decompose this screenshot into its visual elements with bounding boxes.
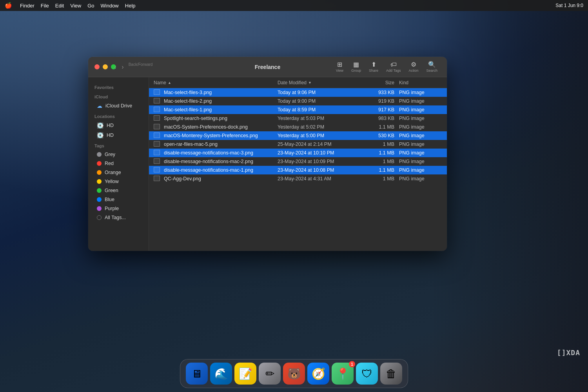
menu-finder[interactable]: Finder [20,3,34,9]
addtags-label: Add Tags [386,69,401,73]
finder-window: ‹ › Back/Forward Freelance ⊞ View ▦ Grou… [88,57,447,251]
file-icon [154,115,162,122]
tag-dot-red [97,161,102,166]
sidebar-tag-yellow[interactable]: Yellow [91,177,146,186]
col-date[interactable]: Date Modified ▼ [278,80,364,85]
dock-item-safari[interactable]: 🧭 [307,363,329,385]
dock-item-bear[interactable]: 🐻 [283,363,305,385]
file-icon-img [154,89,160,95]
file-name: disable-message-notifications-mac-3.png [164,150,278,156]
menu-view[interactable]: View [70,3,81,9]
sidebar-tag-green[interactable]: Green [91,186,146,195]
table-row[interactable]: disable-message-notifications-mac-2.png … [149,157,447,166]
table-row[interactable]: disable-message-notifications-mac-1.png … [149,166,447,174]
toolbar-nav: ‹ › Back/Forward [112,62,152,72]
menu-file[interactable]: File [41,3,49,9]
dock-item-notes[interactable]: 📝 [234,363,256,385]
table-row[interactable]: open-rar-files-mac-5.png 25-May-2024 at … [149,140,447,149]
file-size: 983 KB [364,116,399,121]
file-kind: PNG image [399,176,442,181]
file-kind: PNG image [399,116,442,121]
table-row[interactable]: macOS-Monterey-System-Preferences.png Ye… [149,131,447,140]
file-name: Mac-select-files-2.png [164,98,278,104]
file-date: Yesterday at 5:03 PM [278,116,364,121]
table-row[interactable]: Mac-select-files-1.png Today at 8:59 PM … [149,105,447,114]
table-row[interactable]: QC-Agg-Dev.png 23-May-2024 at 4:31 AM 1 … [149,174,447,183]
col-kind[interactable]: Kind [399,80,442,85]
file-icon [154,107,162,113]
share-tool[interactable]: ⬆ Share [366,60,381,74]
toolbar-right: ⊞ View ▦ Group ⬆ Share 🏷 Add Tags ⚙ Acti… [333,60,441,74]
back-button[interactable]: ‹ [112,62,118,72]
file-size: 1 MB [364,142,399,147]
tag-dot-green [97,188,102,193]
menu-window[interactable]: Window [101,3,119,9]
file-kind: PNG image [399,124,442,130]
file-size: 1 MB [364,176,399,181]
tag-label: Grey [105,152,115,157]
table-row[interactable]: Mac-select-files-3.png Today at 9:06 PM … [149,88,447,97]
view-label: View [336,69,343,73]
group-label: Group [351,69,361,73]
action-tool[interactable]: ⚙ Action [405,60,421,74]
group-tool[interactable]: ▦ Group [348,60,364,74]
file-date: Today at 8:59 PM [278,107,364,113]
all-tags-icon [97,215,102,220]
file-icon [154,132,162,139]
sidebar-item-hd-2[interactable]: 💽 HD [91,131,146,140]
sidebar-tag-all-tags...[interactable]: All Tags... [91,213,146,222]
file-kind: PNG image [399,90,442,95]
file-name: macOS-Monterey-System-Preferences.png [164,133,278,138]
dock: 🖥🌊📝✏🐻🧭📍1🛡🗑 [180,359,408,388]
file-icon [154,150,162,156]
table-row[interactable]: Spotlight-search-settings.png Yesterday … [149,114,447,123]
dock-item-pencil[interactable]: ✏ [259,363,281,385]
sidebar-tag-grey[interactable]: Grey [91,150,146,159]
menu-edit[interactable]: Edit [55,3,64,9]
dock-item-adguard[interactable]: 🛡 [356,363,378,385]
forward-button[interactable]: › [119,62,126,72]
sidebar-tag-purple[interactable]: Purple [91,204,146,213]
date-sort-arrow: ▼ [308,81,312,85]
file-date: 25-May-2024 at 2:14 PM [278,142,364,147]
share-label: Share [369,69,378,73]
file-size: 919 KB [364,98,399,104]
file-date: Yesterday at 5:02 PM [278,124,364,130]
sidebar-tag-red[interactable]: Red [91,159,146,168]
file-kind: PNG image [399,133,442,138]
search-tool[interactable]: 🔍 Search [423,60,441,74]
file-icon-img [154,167,160,172]
sidebar-item-icloud-drive[interactable]: ☁ iCloud Drive [91,101,146,111]
dock-item-maps[interactable]: 📍1 [332,363,354,385]
menu-go[interactable]: Go [87,3,94,9]
close-button[interactable] [94,64,100,69]
file-icon-img [154,132,160,138]
file-icon [154,158,162,165]
file-date: 23-May-2024 at 10:08 PM [278,167,364,173]
sidebar-tag-orange[interactable]: Orange [91,168,146,177]
apple-menu[interactable]: 🍎 [5,2,12,9]
file-date: Today at 9:06 PM [278,90,364,95]
table-row[interactable]: disable-message-notifications-mac-3.png … [149,149,447,157]
col-name[interactable]: Name ▲ [154,80,278,85]
minimize-button[interactable] [103,64,108,69]
dock-items: 🖥🌊📝✏🐻🧭📍1🛡🗑 [186,363,402,385]
file-name: disable-message-notifications-mac-2.png [164,159,278,164]
sidebar-tag-blue[interactable]: Blue [91,195,146,204]
table-row[interactable]: macOS-System-Preferences-dock.png Yester… [149,123,447,131]
action-icon: ⚙ [411,62,416,68]
file-date: 23-May-2024 at 10:09 PM [278,159,364,164]
dock-item-finder[interactable]: 🖥 [186,363,208,385]
table-row[interactable]: Mac-select-files-2.png Today at 9:00 PM … [149,97,447,105]
sidebar-item-hd-1[interactable]: 💽 HD [91,121,146,130]
file-list[interactable]: Name ▲ Date Modified ▼ Size Kind Mac-sel… [149,77,447,251]
view-tool[interactable]: ⊞ View [333,60,347,74]
file-name: QC-Agg-Dev.png [164,176,278,181]
file-icon [154,176,162,182]
addtags-tool[interactable]: 🏷 Add Tags [383,60,404,74]
dock-item-trash[interactable]: 🗑 [380,363,402,385]
col-size[interactable]: Size [364,80,399,85]
menu-help[interactable]: Help [125,3,136,9]
tag-dot-yellow [97,179,102,184]
dock-item-edge[interactable]: 🌊 [210,363,232,385]
